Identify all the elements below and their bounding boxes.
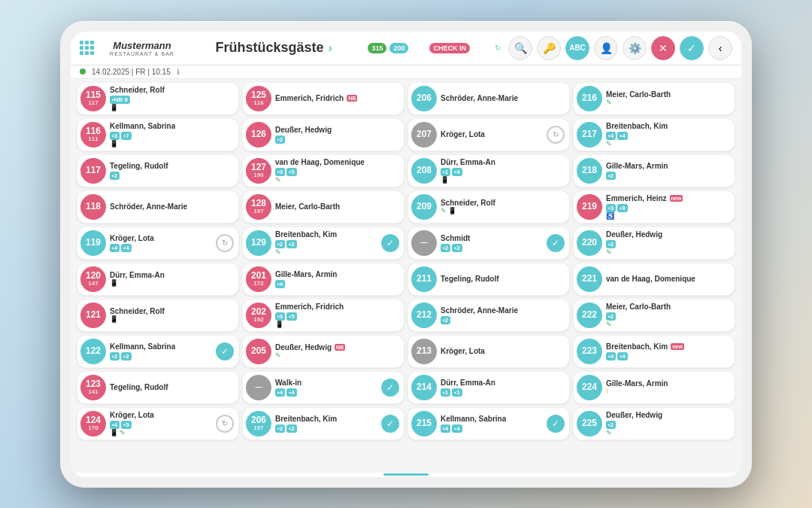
guest-card[interactable]: 122 Kellmann, Sabrina ▪2▪2 ✓ bbox=[77, 335, 239, 368]
guest-card[interactable]: 124170 Kröger, Lota ▪4▪5 📱✎ ↻ bbox=[77, 407, 239, 440]
sort-abc-button[interactable]: ABC bbox=[565, 36, 589, 60]
guest-name: Emmerich, Heinz bbox=[606, 194, 667, 202]
guest-card[interactable]: 208 Dürr, Emma-An ▪1▪4 📱 bbox=[408, 154, 570, 187]
check-action[interactable]: ✓ bbox=[216, 342, 234, 360]
guest-card[interactable]: — Walk-in ▪4▪4 ✓ bbox=[242, 371, 404, 404]
guest-name: van de Haag, Domenique bbox=[606, 275, 695, 283]
guest-card[interactable]: 128197 Meier, Carlo-Barth bbox=[242, 190, 404, 224]
room-number: 216 bbox=[582, 93, 597, 103]
info-icon[interactable]: ℹ bbox=[177, 68, 180, 76]
guest-card[interactable]: 219 Emmerich, Heinz new ▪3▪8 ♿ bbox=[573, 190, 735, 224]
room-badge: 128197 bbox=[246, 194, 271, 220]
check-action[interactable]: ✓ bbox=[381, 415, 399, 433]
room-badge: 206197 bbox=[246, 411, 271, 437]
room-badge: 116111 bbox=[80, 122, 106, 148]
guest-card[interactable]: 216 Meier, Carlo-Barth ✎ bbox=[573, 82, 735, 115]
room-number: 215 bbox=[417, 418, 432, 428]
guest-card[interactable]: 218 Gille-Mars, Armin ▪2 bbox=[573, 154, 735, 187]
guest-card[interactable]: 211 Tegeling, Rudolf bbox=[408, 263, 570, 296]
room-number: 201 bbox=[251, 271, 266, 281]
room-number: 125 bbox=[251, 90, 266, 100]
guest-card[interactable]: 117 Tegeling, Rudolf ▪2 bbox=[77, 154, 239, 187]
guest-card[interactable]: 207 Kröger, Lota ↻ bbox=[408, 118, 570, 151]
guest-name: Kröger, Lota bbox=[441, 130, 485, 138]
guest-card[interactable]: 120147 Dürr, Emma-An 📱 bbox=[77, 263, 239, 296]
guest-tags: ▪4▪4 bbox=[441, 424, 543, 433]
guest-card[interactable]: 224 Gille-Mars, Armin ! bbox=[573, 371, 735, 404]
guest-card[interactable]: 217 Breitenbach, Kim ▪4▪4 ✎ bbox=[573, 118, 735, 151]
close-button[interactable]: ✕ bbox=[651, 36, 675, 60]
guest-card[interactable]: 206 Schröder, Anne-Marie bbox=[408, 82, 570, 115]
guest-card[interactable]: 119 Kröger, Lota ▪4▪4 ↻ bbox=[77, 227, 239, 260]
guest-card[interactable]: 220 Deußer, Hedwig ▪2 ✎ bbox=[573, 227, 735, 260]
guest-card[interactable]: 125116 Emmerich, Fridrich NB bbox=[242, 82, 404, 115]
room-badge: 121 bbox=[80, 303, 106, 328]
room-sub: 116 bbox=[253, 100, 263, 107]
check-action[interactable]: ✓ bbox=[547, 234, 565, 252]
room-number: 121 bbox=[86, 310, 101, 320]
guest-card[interactable]: 202192 Emmerich, Fridrich ▪3▪5 📱 bbox=[242, 299, 404, 332]
guest-tag: ▪2 bbox=[110, 172, 120, 180]
edit-icon: ✎ bbox=[606, 429, 612, 437]
guest-card[interactable]: — Schmidt ▪2▪2 ✓ bbox=[408, 227, 570, 260]
room-badge: 117 bbox=[80, 158, 106, 184]
guest-tags: ▪2 bbox=[275, 135, 399, 144]
guest-card[interactable]: 123141 Tegeling, Rudolf bbox=[77, 371, 239, 404]
guest-card[interactable]: 223 Breitenbach, Kim new ▪4▪4 bbox=[573, 335, 735, 368]
guest-card[interactable]: 115117 Schneider, Rolf ▪NB 8 📱 bbox=[77, 82, 239, 115]
guest-card[interactable]: 221 van de Haag, Domenique bbox=[573, 263, 735, 296]
edit-icon: ✎ bbox=[606, 140, 612, 148]
guest-info: Gille-Mars, Armin ! bbox=[606, 379, 730, 395]
settings-button[interactable]: ⚙️ bbox=[623, 36, 647, 60]
chevron-right-icon[interactable]: › bbox=[329, 41, 332, 55]
guest-icons: ! bbox=[606, 388, 730, 395]
guest-tags: ▪2▪2 bbox=[441, 244, 543, 252]
check-button[interactable]: ✓ bbox=[680, 36, 704, 60]
key-button[interactable]: 🔑 bbox=[537, 36, 561, 60]
guest-card[interactable]: 225 Deußer, Hedwig ▪2 ✎ bbox=[573, 407, 735, 440]
room-number: 128 bbox=[251, 199, 266, 208]
guest-tag: ▪2 bbox=[452, 244, 462, 252]
guest-card[interactable]: 118 Schröder, Anne-Marie bbox=[77, 190, 239, 224]
guest-card[interactable]: 214 Dürr, Emma-An ▪1▪1 bbox=[408, 371, 570, 404]
guest-card[interactable]: 215 Kellmann, Sabrina ▪4▪4 ✓ bbox=[408, 407, 570, 440]
refresh-action[interactable]: ↻ bbox=[216, 415, 234, 433]
refresh-action[interactable]: ↻ bbox=[547, 126, 565, 144]
guest-card[interactable]: 209 Schneider, Rolf ✎📱 bbox=[408, 190, 570, 224]
guest-card[interactable]: 129 Breitenbach, Kim ▪2▪2 ✎ ✓ bbox=[242, 227, 404, 260]
guest-card[interactable]: 116111 Kellmann, Sabrina ▪3▪7 📱 bbox=[77, 118, 239, 151]
room-sub: 117 bbox=[88, 100, 98, 107]
guest-card[interactable]: 206197 Breitenbach, Kim ▪2▪2 ✓ bbox=[242, 407, 404, 440]
guest-info: Dürr, Emma-An ▪1▪4 📱 bbox=[441, 158, 565, 184]
guest-tag: ▪1 bbox=[452, 388, 462, 397]
guest-name: Tegeling, Rudolf bbox=[110, 162, 168, 170]
guest-card[interactable]: 127190 van de Haag, Domenique ▪3▪5 ✎ bbox=[242, 154, 404, 187]
guest-card[interactable]: 121 Schneider, Rolf 📱 bbox=[77, 299, 239, 332]
guest-name: Breitenbach, Kim bbox=[275, 415, 337, 423]
check-action[interactable]: ✓ bbox=[381, 234, 399, 252]
logo-sub: Restaurant & Bar bbox=[110, 51, 174, 56]
guest-info: Breitenbach, Kim ▪2▪2 ✎ bbox=[275, 230, 377, 256]
refresh-icon[interactable]: ↻ bbox=[495, 44, 501, 52]
guest-icons: 📱 bbox=[275, 321, 399, 328]
guest-name: Gille-Mars, Armin bbox=[606, 162, 668, 170]
room-badge: 216 bbox=[577, 86, 602, 111]
guest-info: Deußer, Hedwig ▪2 bbox=[275, 126, 399, 144]
check-action[interactable]: ✓ bbox=[547, 415, 565, 433]
guest-card[interactable]: 222 Meier, Carlo-Barth ▪2 ✎ bbox=[573, 299, 735, 332]
grid-menu-icon[interactable] bbox=[80, 41, 94, 55]
guest-card[interactable]: 205 Deußer, Hedwig NB ✎ bbox=[242, 335, 404, 368]
guest-card[interactable]: 213 Kröger, Lota bbox=[408, 335, 570, 368]
guest-card[interactable]: 126 Deußer, Hedwig ▪2 bbox=[242, 118, 404, 151]
person-icon-btn[interactable]: 👤 bbox=[594, 36, 618, 60]
phone-icon: 📱 bbox=[448, 207, 456, 214]
phone-icon: 📱 bbox=[110, 140, 118, 148]
guest-card[interactable]: 201172 Gille-Mars, Armin ▪4 bbox=[242, 263, 404, 296]
guest-card[interactable]: 212 Schröder, Anne-Marie ▪2 bbox=[408, 299, 570, 332]
room-badge: 217 bbox=[577, 122, 602, 148]
refresh-action[interactable]: ↻ bbox=[216, 234, 234, 252]
guest-name: Deußer, Hedwig bbox=[275, 126, 332, 134]
check-action[interactable]: ✓ bbox=[381, 379, 399, 397]
back-button[interactable]: ‹ bbox=[708, 36, 732, 60]
search-button[interactable]: 🔍 bbox=[508, 36, 532, 60]
